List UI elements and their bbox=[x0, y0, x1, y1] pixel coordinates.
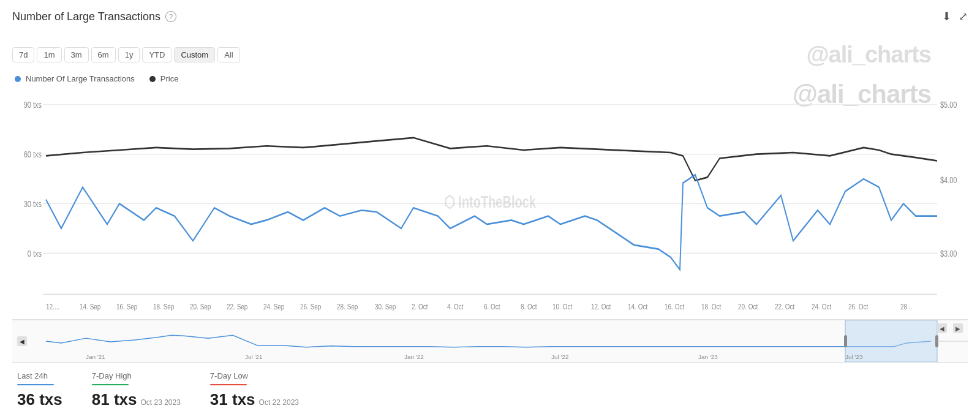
svg-text:18. Oct: 18. Oct bbox=[701, 301, 722, 311]
legend-transactions: Number Of Large Transactions bbox=[15, 74, 135, 83]
svg-text:Jan '22: Jan '22 bbox=[404, 353, 424, 360]
header-actions: ⬇ ⤢ bbox=[942, 10, 968, 23]
svg-text:90 txs: 90 txs bbox=[24, 100, 42, 110]
svg-text:30 txs: 30 txs bbox=[24, 198, 42, 209]
svg-text:4. Oct: 4. Oct bbox=[447, 301, 464, 311]
stat-7day-high-label: 7-Day High bbox=[92, 371, 181, 380]
header-left: Number of Large Transactions ? bbox=[12, 10, 176, 23]
stat-last24h: Last 24h 36 txs bbox=[17, 371, 62, 409]
svg-text:Jul '22: Jul '22 bbox=[551, 353, 569, 360]
svg-text:14. Oct: 14. Oct bbox=[628, 301, 648, 311]
svg-text:$3.00: $3.00 bbox=[940, 248, 957, 259]
stat-7day-low-date: Oct 22 2023 bbox=[259, 398, 299, 407]
svg-text:6. Oct: 6. Oct bbox=[484, 301, 500, 311]
stat-last24h-underline bbox=[17, 384, 54, 385]
stat-7day-high: 7-Day High 81 txs Oct 23 2023 bbox=[92, 371, 181, 409]
legend-label-transactions: Number Of Large Transactions bbox=[26, 74, 135, 83]
stats-bar: Last 24h 36 txs 7-Day High 81 txs Oct 23… bbox=[12, 363, 968, 409]
svg-text:Jan '23: Jan '23 bbox=[698, 353, 718, 360]
filter-custom[interactable]: Custom bbox=[174, 47, 215, 62]
svg-text:26. Sep: 26. Sep bbox=[300, 301, 322, 311]
chart-title: Number of Large Transactions bbox=[12, 10, 160, 23]
dashboard-container: Number of Large Transactions ? ⬇ ⤢ @ali_… bbox=[0, 0, 980, 419]
svg-text:30. Sep: 30. Sep bbox=[375, 301, 396, 311]
scroll-left-arrow[interactable]: ◀ bbox=[17, 336, 27, 346]
svg-text:22. Oct: 22. Oct bbox=[775, 301, 795, 311]
stat-7day-high-underline bbox=[92, 384, 129, 385]
svg-text:16. Oct: 16. Oct bbox=[665, 301, 685, 311]
svg-text:22. Sep: 22. Sep bbox=[227, 301, 248, 311]
svg-text:18. Sep: 18. Sep bbox=[153, 301, 175, 311]
stat-last24h-label: Last 24h bbox=[17, 371, 62, 380]
filter-6m[interactable]: 6m bbox=[91, 47, 116, 62]
svg-text:Jul '23: Jul '23 bbox=[845, 353, 863, 360]
svg-text:⬡ IntoTheBlock: ⬡ IntoTheBlock bbox=[444, 193, 537, 211]
filter-7d[interactable]: 7d bbox=[12, 47, 34, 62]
svg-text:8. Oct: 8. Oct bbox=[521, 301, 537, 311]
filter-ytd[interactable]: YTD bbox=[142, 47, 172, 62]
svg-text:60 txs: 60 txs bbox=[24, 149, 42, 159]
mini-chart: Jan '21 Jul '21 Jan '22 Jul '22 Jan '23 … bbox=[12, 320, 968, 363]
mini-chart-svg: Jan '21 Jul '21 Jan '22 Jul '22 Jan '23 … bbox=[12, 320, 968, 362]
svg-text:Jul '21: Jul '21 bbox=[245, 353, 263, 360]
filter-1m[interactable]: 1m bbox=[37, 47, 61, 62]
svg-text:0 txs: 0 txs bbox=[28, 248, 42, 259]
filter-1y[interactable]: 1y bbox=[118, 47, 140, 62]
stat-7day-high-date: Oct 23 2023 bbox=[140, 398, 180, 407]
stat-7day-low-underline bbox=[210, 384, 247, 385]
expand-icon[interactable]: ⤢ bbox=[959, 10, 968, 23]
legend-label-price: Price bbox=[160, 74, 179, 83]
svg-text:$5.00: $5.00 bbox=[940, 100, 957, 110]
download-icon[interactable]: ⬇ bbox=[942, 10, 951, 23]
svg-text:16. Sep: 16. Sep bbox=[116, 301, 138, 311]
legend-dot-blue bbox=[15, 76, 21, 82]
stat-7day-high-value: 81 txs bbox=[92, 390, 137, 409]
svg-text:12....: 12.... bbox=[46, 301, 59, 311]
watermark-text: @ali_charts bbox=[807, 42, 932, 68]
stat-7day-low-value: 31 txs bbox=[210, 390, 255, 409]
svg-text:10. Oct: 10. Oct bbox=[552, 301, 573, 311]
svg-rect-38 bbox=[844, 335, 847, 347]
stat-last24h-value: 36 txs bbox=[17, 390, 62, 409]
svg-text:2. Oct: 2. Oct bbox=[412, 301, 428, 311]
svg-text:26. Oct: 26. Oct bbox=[848, 301, 869, 311]
legend-dot-dark bbox=[149, 76, 156, 82]
filter-3m[interactable]: 3m bbox=[64, 47, 89, 62]
filter-all[interactable]: All bbox=[217, 47, 239, 62]
svg-text:20. Sep: 20. Sep bbox=[190, 301, 211, 311]
chart-legend: Number Of Large Transactions Price bbox=[15, 74, 968, 83]
legend-price: Price bbox=[149, 74, 179, 83]
svg-text:Jan '21: Jan '21 bbox=[86, 353, 105, 360]
main-chart: 90 txs 60 txs 30 txs 0 txs $5.00 $4.00 $… bbox=[12, 88, 968, 320]
main-chart-svg: 90 txs 60 txs 30 txs 0 txs $5.00 $4.00 $… bbox=[12, 88, 968, 319]
chart-header: Number of Large Transactions ? ⬇ ⤢ bbox=[12, 10, 968, 23]
svg-text:◀: ◀ bbox=[940, 325, 944, 332]
svg-text:14. Sep: 14. Sep bbox=[80, 301, 101, 311]
svg-text:12. Oct: 12. Oct bbox=[591, 301, 611, 311]
svg-text:$4.00: $4.00 bbox=[940, 175, 957, 185]
svg-text:28...: 28... bbox=[900, 301, 912, 311]
info-icon[interactable]: ? bbox=[165, 11, 176, 22]
svg-text:28. Sep: 28. Sep bbox=[337, 301, 358, 311]
svg-text:20. Oct: 20. Oct bbox=[738, 301, 758, 311]
svg-text:24. Sep: 24. Sep bbox=[263, 301, 285, 311]
svg-text:▶: ▶ bbox=[956, 325, 960, 332]
svg-text:24. Oct: 24. Oct bbox=[812, 301, 832, 311]
stat-7day-low-label: 7-Day Low bbox=[210, 371, 299, 380]
stat-7day-low: 7-Day Low 31 txs Oct 22 2023 bbox=[210, 371, 299, 409]
